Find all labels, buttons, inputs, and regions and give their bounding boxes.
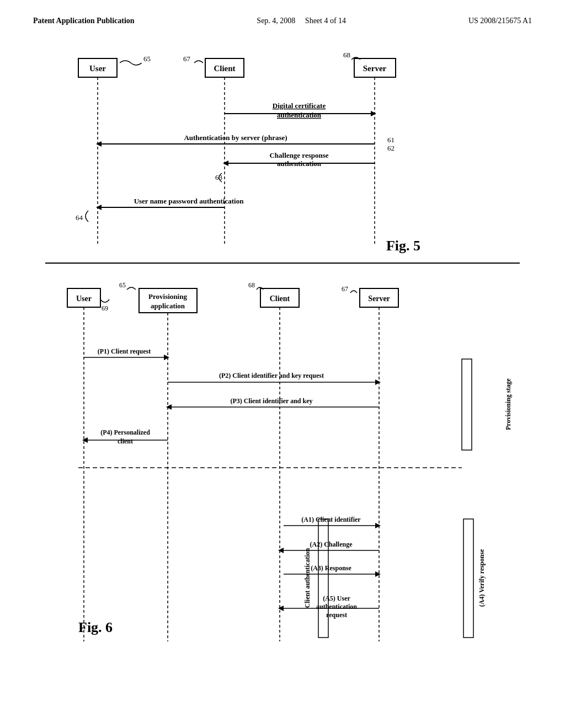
svg-marker-27 <box>96 205 102 210</box>
page-header: Patent Application Publication Sep. 4, 2… <box>33 17 532 25</box>
svg-text:63: 63 <box>215 173 222 181</box>
svg-text:authentication: authentication <box>277 111 322 119</box>
date-label: Sep. 4, 2008 Sheet 4 of 14 <box>257 17 346 25</box>
fig5-svg: User 65 Client 67 Server 68 Digital cert… <box>45 42 520 257</box>
svg-marker-51 <box>375 379 381 385</box>
svg-text:application: application <box>151 302 185 310</box>
svg-text:62: 62 <box>387 144 395 152</box>
svg-text:authentication: authentication <box>316 603 357 611</box>
fig6-diagram: User Provisioning application 65 Client … <box>45 272 520 647</box>
svg-text:client: client <box>118 437 133 445</box>
svg-marker-54 <box>166 404 172 410</box>
svg-text:61: 61 <box>387 136 395 144</box>
svg-text:Client: Client <box>214 64 235 73</box>
fig5-diagram: User 65 Client 67 Server 68 Digital cert… <box>45 42 520 257</box>
section-divider <box>45 263 520 264</box>
svg-marker-72 <box>375 571 381 577</box>
fig5-label: Fig. 5 <box>386 238 420 254</box>
page: Patent Application Publication Sep. 4, 2… <box>0 0 565 728</box>
svg-text:65: 65 <box>119 281 126 289</box>
publication-label: Patent Application Publication <box>33 17 135 25</box>
svg-text:Client: Client <box>270 295 290 303</box>
svg-text:(A4) Verify response: (A4) Verify response <box>478 549 486 607</box>
svg-text:Challenge response: Challenge response <box>269 151 328 159</box>
svg-text:request: request <box>326 611 347 619</box>
svg-text:(P4) Personalized: (P4) Personalized <box>100 429 150 436</box>
svg-marker-17 <box>96 141 102 147</box>
svg-text:Client authentication: Client authentication <box>303 548 311 608</box>
svg-marker-75 <box>278 606 284 611</box>
svg-text:Provisioning stage: Provisioning stage <box>504 378 512 430</box>
svg-text:68: 68 <box>248 281 255 289</box>
fig6-label: Fig. 6 <box>78 619 113 636</box>
svg-text:Server: Server <box>368 295 390 303</box>
svg-rect-63 <box>318 519 328 638</box>
fig6-svg: User Provisioning application 65 Client … <box>45 272 520 647</box>
svg-marker-57 <box>82 437 88 443</box>
svg-text:68: 68 <box>343 51 350 59</box>
svg-text:Authentication by server (phra: Authentication by server (phrase) <box>184 133 287 142</box>
svg-marker-13 <box>371 111 376 116</box>
svg-text:(A2) Challenge: (A2) Challenge <box>310 540 353 548</box>
svg-text:(P2) Client identifier and key: (P2) Client identifier and key request <box>219 372 324 379</box>
svg-text:Digital certificate: Digital certificate <box>273 101 326 110</box>
svg-rect-79 <box>463 519 473 638</box>
svg-text:(P3) Client identifier and key: (P3) Client identifier and key <box>230 397 312 405</box>
svg-text:(A5) User: (A5) User <box>323 595 350 602</box>
svg-text:User name password authenticat: User name password authentication <box>134 197 244 205</box>
svg-text:User: User <box>76 295 92 303</box>
svg-marker-22 <box>223 160 228 166</box>
svg-text:65: 65 <box>143 55 151 63</box>
svg-text:67: 67 <box>342 285 348 293</box>
svg-text:Provisioning: Provisioning <box>148 292 187 301</box>
svg-marker-48 <box>164 355 169 360</box>
svg-rect-60 <box>462 359 472 450</box>
svg-text:(A1) Client identifier: (A1) Client identifier <box>301 516 361 523</box>
svg-text:(P1) Client request: (P1) Client request <box>98 347 151 355</box>
svg-text:69: 69 <box>102 304 108 312</box>
svg-marker-69 <box>278 548 284 553</box>
svg-text:Server: Server <box>363 64 387 73</box>
svg-marker-66 <box>375 523 381 528</box>
svg-text:(A3) Response: (A3) Response <box>311 564 351 572</box>
svg-text:64: 64 <box>76 213 83 222</box>
sheet-label: Sheet 4 of 14 <box>305 17 346 25</box>
svg-text:User: User <box>89 64 106 73</box>
svg-text:67: 67 <box>183 55 191 63</box>
patent-number: US 2008/215675 A1 <box>468 17 532 25</box>
svg-text:authentication: authentication <box>277 159 322 168</box>
